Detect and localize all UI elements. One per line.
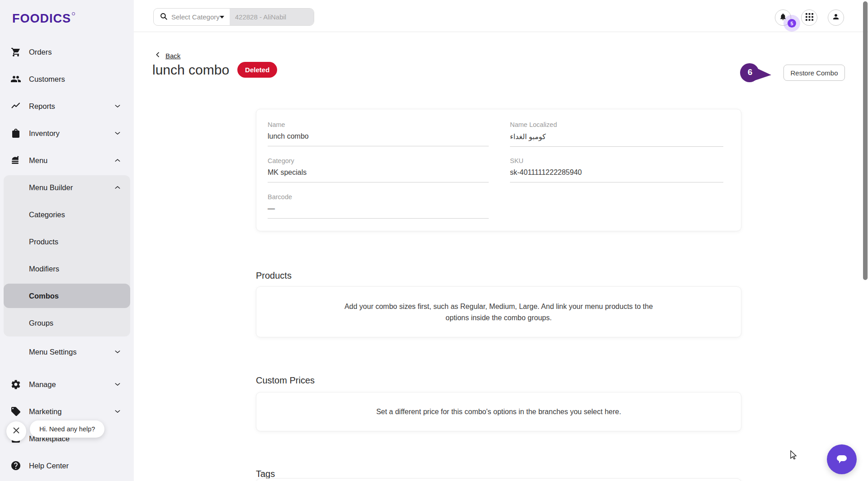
- name-input[interactable]: lunch combo: [268, 132, 489, 146]
- name-localized-input[interactable]: كومبو الغداء: [510, 132, 723, 147]
- close-help-tooltip-button[interactable]: [6, 421, 26, 441]
- sidebar-item-orders[interactable]: Orders: [0, 41, 134, 63]
- sidebar-item-label: Groups: [29, 319, 53, 327]
- cart-icon: [10, 47, 21, 57]
- sidebar: FOODICS Orders Customers Reports Invento…: [0, 0, 134, 481]
- sidebar-item-label: Menu Settings: [29, 348, 76, 356]
- sidebar-item-label: Menu: [29, 156, 47, 165]
- custom-prices-empty-text: Set a different price for this combo's o…: [376, 408, 621, 416]
- sidebar-item-modifiers[interactable]: Modifiers: [4, 257, 130, 281]
- menu-builder-panel: Menu Builder Categories Products Modifie…: [4, 175, 130, 336]
- apps-grid-button[interactable]: [801, 9, 817, 26]
- sidebar-item-combos[interactable]: Combos: [4, 284, 130, 308]
- field-label: Name: [268, 121, 489, 128]
- sidebar-item-manage[interactable]: Manage: [0, 374, 134, 395]
- chevron-up-icon: [114, 157, 121, 164]
- field-label: Category: [268, 157, 489, 164]
- sidebar-item-label: Modifiers: [29, 265, 59, 273]
- sidebar-item-help-center[interactable]: Help Center: [0, 455, 134, 476]
- chat-bubble-icon: [834, 451, 849, 468]
- tags-card-partial: [256, 478, 741, 481]
- restore-combo-button[interactable]: Restore Combo: [783, 65, 845, 81]
- close-icon: [13, 427, 20, 436]
- chevron-left-icon: [154, 51, 161, 60]
- barcode-input[interactable]: —: [268, 205, 489, 219]
- sidebar-item-menu[interactable]: Menu: [0, 149, 134, 171]
- dish-icon: [10, 155, 21, 166]
- grid-icon: [806, 13, 813, 23]
- onboarding-beacon[interactable]: 6: [740, 63, 772, 83]
- field-label: Name Localized: [510, 121, 723, 128]
- chevron-down-icon: [114, 130, 121, 137]
- people-icon: [10, 74, 21, 84]
- chat-launcher-button[interactable]: [827, 444, 857, 474]
- chevron-down-icon: [114, 348, 121, 355]
- bell-icon: [779, 13, 787, 23]
- sidebar-item-customers[interactable]: Customers: [0, 68, 134, 90]
- category-select-value: Select Category: [171, 13, 220, 21]
- sidebar-item-inventory[interactable]: Inventory: [0, 122, 134, 144]
- field-name-localized: Name Localized كومبو الغداء: [510, 121, 723, 147]
- sidebar-item-label: Orders: [29, 48, 52, 56]
- sidebar-item-products[interactable]: Products: [4, 229, 130, 254]
- category-input[interactable]: MK specials: [268, 168, 489, 182]
- chevron-down-icon: [114, 381, 121, 388]
- field-barcode: Barcode —: [268, 193, 489, 219]
- sidebar-item-label: Marketing: [29, 407, 61, 416]
- logo-text: FOODICS: [12, 12, 71, 25]
- beacon-number: 6: [745, 67, 755, 77]
- sidebar-item-label: Inventory: [29, 129, 60, 138]
- sidebar-item-label: Reports: [29, 102, 55, 111]
- notification-count-badge: 5: [788, 19, 796, 28]
- help-icon: [10, 460, 21, 471]
- field-name: Name lunch combo: [268, 121, 489, 146]
- profile-button[interactable]: [828, 9, 844, 26]
- search-input[interactable]: [230, 9, 314, 25]
- sidebar-item-label: Customers: [29, 75, 65, 84]
- sidebar-item-label: Manage: [29, 380, 56, 389]
- vertical-scrollbar[interactable]: [863, 1, 868, 280]
- person-icon: [832, 13, 840, 23]
- registered-mark: [72, 12, 75, 15]
- chart-icon: [10, 101, 21, 112]
- products-section-title: Products: [256, 271, 292, 281]
- custom-prices-empty-card: Set a different price for this combo's o…: [256, 392, 741, 431]
- sidebar-item-reports[interactable]: Reports: [0, 95, 134, 117]
- sidebar-item-label: Categories: [29, 210, 65, 219]
- chevron-down-icon: [114, 103, 121, 110]
- caret-down-icon: [220, 16, 224, 19]
- sidebar-item-marketing[interactable]: Marketing: [0, 401, 134, 422]
- products-empty-text: Add your combo sizes first, such as Regu…: [340, 301, 657, 323]
- search-icon: [160, 12, 168, 22]
- title-row: lunch combo Deleted: [152, 62, 277, 78]
- back-label: Back: [165, 52, 180, 60]
- app-window: FOODICS Orders Customers Reports Invento…: [0, 0, 868, 481]
- page-title: lunch combo: [152, 62, 229, 78]
- field-sku: SKU sk-4011111222285940: [510, 157, 723, 182]
- sidebar-item-label: Products: [29, 238, 58, 246]
- sidebar-item-label: Menu Builder: [29, 183, 73, 192]
- field-label: SKU: [510, 157, 723, 164]
- chevron-up-icon: [114, 184, 121, 191]
- custom-prices-section-title: Custom Prices: [256, 375, 315, 386]
- main-content: Back lunch combo Deleted 6 Restore Combo…: [134, 32, 868, 481]
- sidebar-item-menu-builder[interactable]: Menu Builder: [4, 175, 130, 200]
- gear-icon: [10, 379, 21, 390]
- field-category: Category MK specials: [268, 157, 489, 182]
- foodics-logo: FOODICS: [12, 12, 71, 26]
- topbar: Select Category 5: [134, 0, 868, 32]
- back-link[interactable]: Back: [154, 51, 180, 60]
- combo-details-card: Name lunch combo Name Localized كومبو ال…: [256, 109, 741, 231]
- help-tooltip: Hi. Need any help?: [30, 420, 104, 438]
- sku-input[interactable]: sk-4011111222285940: [510, 168, 723, 182]
- category-select[interactable]: Select Category: [154, 9, 230, 25]
- sidebar-item-groups[interactable]: Groups: [4, 311, 130, 335]
- sidebar-item-label: Help Center: [29, 462, 69, 470]
- tag-icon: [10, 406, 21, 417]
- chevron-down-icon: [114, 408, 121, 415]
- sidebar-item-menu-settings[interactable]: Menu Settings: [0, 341, 134, 363]
- bag-icon: [10, 128, 21, 139]
- sidebar-item-categories[interactable]: Categories: [4, 202, 130, 227]
- sidebar-item-label: Combos: [29, 292, 59, 300]
- products-empty-card: Add your combo sizes first, such as Regu…: [256, 286, 741, 337]
